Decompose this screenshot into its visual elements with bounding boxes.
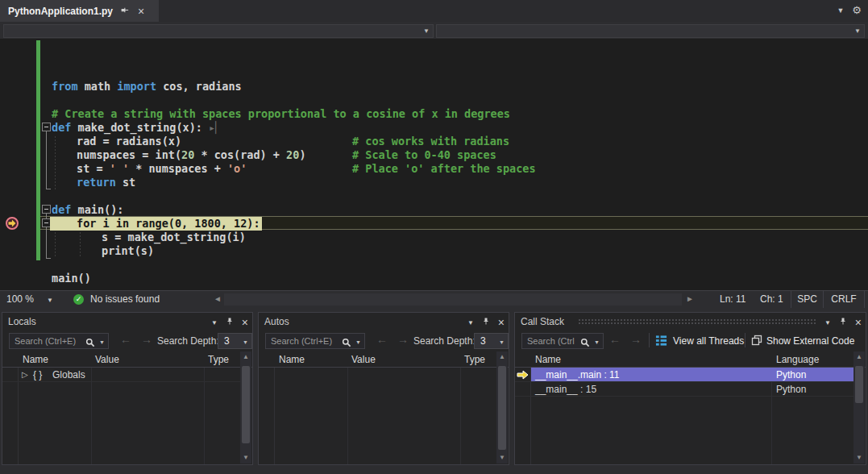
- code-line[interactable]: numspaces = int(20 * cos(rad) + 20)# Sca…: [0, 148, 868, 162]
- column-header-name[interactable]: Name: [23, 354, 48, 365]
- code-line[interactable]: # Create a string with spaces proportion…: [0, 107, 868, 121]
- back-arrow-icon[interactable]: ←: [376, 333, 388, 346]
- code-line[interactable]: def make_dot_string(x): ▸▏: [0, 121, 868, 135]
- close-icon[interactable]: ×: [498, 318, 505, 328]
- code-line[interactable]: s = make_dot_string(i): [0, 231, 868, 244]
- search-input[interactable]: Search (Ctrl ▼: [521, 333, 604, 349]
- column-header-name[interactable]: Name: [279, 354, 305, 365]
- forward-arrow-icon[interactable]: →: [397, 333, 409, 346]
- panel-title: Locals: [8, 316, 36, 327]
- call-stack-frames: __main__.main : 11Python__main__ : 15Pyt…: [515, 368, 853, 464]
- code-line[interactable]: from math import cos, radians: [0, 80, 868, 94]
- search-depth-label: Search Depth:: [157, 335, 219, 347]
- forward-arrow-icon[interactable]: →: [630, 333, 642, 346]
- line-ending-indicator[interactable]: CRLF: [824, 293, 864, 305]
- vertical-scrollbar[interactable]: ▲ ▼: [853, 351, 865, 464]
- chevron-down-icon[interactable]: ▼: [355, 339, 361, 345]
- type-dropdown[interactable]: ▼: [3, 24, 434, 38]
- code-line[interactable]: main(): [0, 272, 868, 285]
- chevron-down-icon[interactable]: ▼: [99, 339, 105, 345]
- code-line[interactable]: print(s): [0, 244, 868, 258]
- code-text: main(): [52, 272, 91, 285]
- chevron-down-icon: ▼: [243, 339, 248, 345]
- variable-row[interactable]: ▷{ }Globals: [2, 368, 240, 382]
- back-arrow-icon[interactable]: ←: [609, 333, 621, 346]
- code-line[interactable]: for i in range(0, 1800, 12):: [0, 217, 868, 231]
- search-depth-value: 3: [480, 335, 486, 347]
- scroll-right-icon[interactable]: ►: [686, 294, 694, 303]
- code-line[interactable]: def main():: [0, 203, 868, 217]
- window-position-icon[interactable]: ▼: [467, 319, 474, 326]
- scrollbar-thumb[interactable]: [242, 366, 250, 443]
- column-header-value[interactable]: Value: [351, 354, 376, 365]
- column-header-name[interactable]: Name: [535, 354, 561, 365]
- locals-rows: ▷{ }Globals: [2, 368, 240, 464]
- search-depth-dropdown[interactable]: 3 ▼: [218, 333, 252, 349]
- gear-icon[interactable]: ⚙: [852, 4, 862, 16]
- scroll-up-icon[interactable]: ▲: [496, 351, 508, 363]
- locals-panel: Locals ▼ × Search (Ctrl+E) ▼ ← → Search …: [2, 312, 253, 465]
- column-header-value[interactable]: Value: [95, 354, 119, 365]
- close-icon[interactable]: ×: [138, 6, 144, 17]
- window-position-icon[interactable]: ▼: [211, 319, 218, 326]
- search-depth-label: Search Depth:: [413, 335, 476, 347]
- show-external-code-button[interactable]: Show External Code: [766, 335, 854, 347]
- search-placeholder: Search (Ctrl+E): [271, 336, 332, 346]
- frame-name: __main__ : 15: [535, 384, 596, 395]
- search-depth-dropdown[interactable]: 3 ▼: [474, 333, 509, 349]
- scrollbar-thumb[interactable]: [855, 366, 863, 403]
- scroll-up-icon[interactable]: ▲: [853, 351, 865, 363]
- scroll-up-icon[interactable]: ▲: [240, 351, 251, 363]
- frame-name: __main__.main : 11: [535, 369, 620, 380]
- scrollbar-thumb[interactable]: [498, 366, 506, 450]
- spaces-indicator[interactable]: SPC: [791, 293, 823, 305]
- autos-panel: Autos ▼ × Search (Ctrl+E) ▼ ← → Search D…: [258, 312, 509, 465]
- code-editor[interactable]: from math import cos, radians# Create a …: [0, 39, 868, 290]
- code-line[interactable]: return st: [0, 176, 868, 189]
- pin-icon[interactable]: [481, 315, 491, 330]
- search-input[interactable]: Search (Ctrl+E) ▼: [9, 333, 109, 349]
- close-icon[interactable]: ×: [242, 318, 248, 328]
- document-tab[interactable]: PythonApplication1.py ×: [0, 0, 159, 22]
- issues-status-text: No issues found: [90, 293, 160, 305]
- pin-icon[interactable]: [225, 315, 235, 330]
- column-header-language[interactable]: Language: [776, 354, 819, 365]
- chevron-down-icon[interactable]: ▼: [47, 297, 53, 304]
- panel-toolbar: Search (Ctrl+E) ▼ ← → Search Depth: 3 ▼: [259, 330, 509, 351]
- chevron-down-icon: ▼: [499, 339, 505, 345]
- vertical-scrollbar[interactable]: ▲ ▼: [496, 351, 508, 464]
- code-line[interactable]: st = ' ' * numspaces + 'o'# Place 'o' af…: [0, 162, 868, 176]
- window-position-icon[interactable]: ▼: [824, 319, 831, 326]
- scroll-down-icon[interactable]: ▼: [853, 452, 865, 464]
- chevron-down-icon[interactable]: ▼: [837, 6, 844, 15]
- column-header-type[interactable]: Type: [208, 354, 229, 365]
- frame-language: Python: [776, 369, 806, 380]
- pin-icon[interactable]: [838, 315, 848, 330]
- line-indicator: Ln: 11: [720, 293, 745, 305]
- scroll-down-icon[interactable]: ▼: [240, 452, 251, 464]
- scroll-down-icon[interactable]: ▼: [496, 452, 508, 464]
- horizontal-scrollbar[interactable]: [224, 293, 682, 306]
- autos-rows: [259, 368, 496, 464]
- search-input[interactable]: Search (Ctrl+E) ▼: [265, 333, 365, 349]
- column-header-type[interactable]: Type: [464, 354, 485, 365]
- forward-arrow-icon[interactable]: →: [141, 333, 152, 346]
- title-grip-texture: [578, 318, 817, 325]
- code-text: numspaces = int(20 * cos(rad) + 20): [77, 148, 306, 162]
- vertical-scrollbar[interactable]: ▲ ▼: [240, 351, 251, 464]
- view-all-threads-button[interactable]: View all Threads: [673, 335, 744, 347]
- zoom-level-dropdown[interactable]: 100 %: [6, 293, 34, 305]
- show-external-code-icon: [751, 335, 762, 349]
- call-stack-frame[interactable]: __main__.main : 11Python: [515, 368, 853, 382]
- code-line[interactable]: rad = radians(x)# cos works with radians: [0, 135, 868, 148]
- back-arrow-icon[interactable]: ←: [120, 333, 131, 346]
- close-icon[interactable]: ×: [855, 318, 862, 328]
- breakpoint-current-line-icon[interactable]: [5, 216, 19, 234]
- call-stack-frame[interactable]: __main__ : 15Python: [515, 382, 853, 397]
- expander-icon[interactable]: ▷: [22, 370, 28, 379]
- pin-icon[interactable]: [120, 4, 131, 19]
- chevron-down-icon[interactable]: ▼: [594, 339, 600, 345]
- scroll-left-icon[interactable]: ◄: [214, 294, 222, 303]
- editor-status-bar: 100 % ▼ ✓ No issues found ◄ ► Ln: 11 Ch:…: [0, 290, 868, 307]
- member-dropdown[interactable]: ▼: [436, 24, 865, 38]
